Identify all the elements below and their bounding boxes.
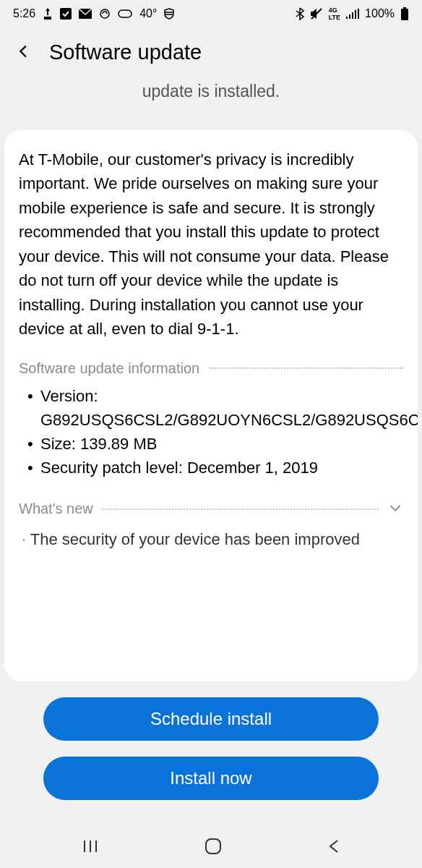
update-description: At T-Mobile, our customer's privacy is i… xyxy=(19,148,403,341)
signal-icon xyxy=(346,9,359,19)
truncated-previous-text: update is installed. xyxy=(0,75,422,130)
svg-rect-9 xyxy=(358,9,359,19)
svg-rect-3 xyxy=(119,10,132,17)
status-time: 5:26 xyxy=(13,7,35,20)
battery-icon xyxy=(400,7,409,20)
chevron-down-icon xyxy=(387,500,403,519)
page-title: Software update xyxy=(49,41,202,64)
svg-rect-10 xyxy=(403,7,406,9)
svg-rect-11 xyxy=(401,9,408,20)
checkbox-icon xyxy=(60,8,72,20)
notification-icon xyxy=(43,8,53,20)
info-item-security-patch: Security patch level: December 1, 2019 xyxy=(27,456,403,480)
svg-rect-6 xyxy=(349,14,350,19)
svg-rect-7 xyxy=(352,12,353,19)
whats-new-expand[interactable]: What's new xyxy=(19,500,403,519)
status-bar: 5:26 40° 4GLTE 100% xyxy=(0,0,422,27)
shield-icon xyxy=(164,8,174,20)
vr-icon xyxy=(118,9,132,18)
status-temp: 40° xyxy=(139,7,157,20)
svg-rect-5 xyxy=(346,17,348,19)
mail-icon xyxy=(79,9,92,19)
mute-icon xyxy=(310,8,323,20)
recent-apps-button[interactable] xyxy=(82,839,99,856)
svg-rect-15 xyxy=(206,839,220,854)
divider-dotted xyxy=(210,367,403,369)
bluetooth-icon xyxy=(296,7,304,20)
nav-back-button[interactable] xyxy=(327,838,340,857)
svg-rect-0 xyxy=(60,8,72,20)
status-battery-text: 100% xyxy=(365,7,395,20)
page-header: Software update xyxy=(0,27,422,75)
navigation-bar xyxy=(0,827,422,868)
svg-rect-8 xyxy=(355,10,356,19)
whats-new-heading: What's new xyxy=(19,501,93,517)
update-details-card: At T-Mobile, our customer's privacy is i… xyxy=(4,130,418,681)
update-info-list: Version: G892USQS6CSL2/G892UOYN6CSL2/G89… xyxy=(19,384,403,480)
info-item-version: Version: G892USQS6CSL2/G892UOYN6CSL2/G89… xyxy=(27,384,403,432)
schedule-install-button[interactable]: Schedule install xyxy=(43,697,379,741)
update-info-heading: Software update information xyxy=(19,360,199,377)
lte-icon: 4GLTE xyxy=(329,7,340,21)
back-button[interactable] xyxy=(16,43,32,62)
info-item-size: Size: 139.89 MB xyxy=(27,432,403,456)
svg-point-2 xyxy=(100,9,109,18)
sync-icon xyxy=(99,8,111,20)
action-buttons: Schedule install Install now xyxy=(0,681,422,816)
whats-new-item: The security of your device has been imp… xyxy=(19,527,403,551)
install-now-button[interactable]: Install now xyxy=(43,757,379,800)
divider-dotted xyxy=(102,509,379,510)
update-info-heading-row: Software update information xyxy=(19,360,403,377)
home-button[interactable] xyxy=(204,837,223,859)
